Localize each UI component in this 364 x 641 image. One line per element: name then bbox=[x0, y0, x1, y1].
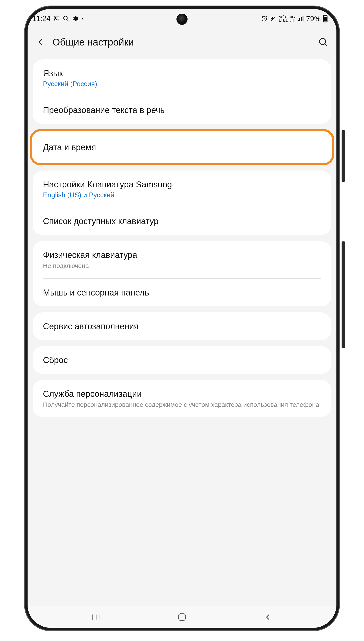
status-left: 11:24 • bbox=[32, 14, 84, 23]
mute-icon bbox=[270, 15, 277, 22]
status-time: 11:24 bbox=[32, 14, 50, 23]
settings-card: Сервис автозаполнения bbox=[33, 312, 331, 340]
item-title: Настройки Клавиатура Samsung bbox=[43, 179, 321, 190]
front-camera bbox=[176, 14, 188, 25]
power-button bbox=[342, 242, 345, 348]
search-button[interactable] bbox=[317, 36, 330, 48]
settings-item[interactable]: Список доступных клавиатур bbox=[33, 207, 331, 235]
settings-item[interactable]: Сброс bbox=[33, 346, 331, 374]
item-title: Дата и время bbox=[43, 142, 321, 153]
status-right: Vo)) LTE1 4G 79% bbox=[261, 14, 328, 23]
network-icon: 4G bbox=[290, 16, 295, 22]
item-title: Мышь и сенсорная панель bbox=[43, 287, 321, 298]
svg-rect-11 bbox=[178, 614, 186, 620]
dot-icon: • bbox=[82, 16, 84, 22]
svg-point-2 bbox=[64, 16, 68, 20]
page-title: Общие настройки bbox=[52, 36, 317, 48]
phone-frame: 11:24 • Vo)) LTE1 4G bbox=[25, 6, 339, 630]
settings-card: Физическая клавиатураНе подключенаМышь и… bbox=[33, 241, 331, 306]
svg-point-1 bbox=[55, 17, 56, 18]
item-subtitle: Русский (Россия) bbox=[43, 80, 321, 88]
volume-button bbox=[342, 130, 345, 182]
svg-rect-5 bbox=[324, 17, 326, 22]
settings-item[interactable]: Мышь и сенсорная панель bbox=[33, 278, 331, 306]
item-subtitle: Не подключена bbox=[43, 262, 321, 270]
search-small-icon bbox=[63, 16, 69, 22]
item-title: Преобразование текста в речь bbox=[43, 104, 321, 116]
settings-card: ЯзыкРусский (Россия)Преобразование текст… bbox=[33, 60, 331, 124]
item-title: Сервис автозаполнения bbox=[43, 320, 321, 332]
settings-item[interactable]: Физическая клавиатураНе подключена bbox=[33, 241, 331, 278]
svg-rect-0 bbox=[54, 16, 59, 21]
gear-icon bbox=[72, 16, 78, 22]
settings-item[interactable]: Служба персонализацииПолучайте персонали… bbox=[33, 380, 331, 417]
svg-rect-6 bbox=[324, 15, 326, 16]
back-button[interactable] bbox=[34, 36, 47, 48]
settings-card: Настройки Клавиатура SamsungEnglish (US)… bbox=[33, 170, 331, 235]
alarm-icon bbox=[261, 15, 268, 22]
back-nav-button[interactable] bbox=[259, 611, 276, 624]
settings-card: Служба персонализацииПолучайте персонали… bbox=[33, 380, 331, 417]
settings-list: ЯзыкРусский (Россия)Преобразование текст… bbox=[28, 56, 336, 417]
battery-icon bbox=[323, 15, 328, 22]
battery-percent: 79% bbox=[306, 14, 321, 23]
item-title: Список доступных клавиатур bbox=[43, 216, 321, 227]
image-icon bbox=[54, 16, 60, 22]
signal-icon bbox=[297, 16, 304, 21]
volte-icon: Vo)) LTE1 bbox=[279, 15, 288, 22]
settings-card: Сброс bbox=[33, 346, 331, 374]
item-title: Физическая клавиатура bbox=[43, 249, 321, 261]
settings-item[interactable]: Дата и время bbox=[33, 130, 331, 164]
settings-item[interactable]: ЯзыкРусский (Россия) bbox=[33, 60, 331, 96]
settings-item[interactable]: Преобразование текста в речь bbox=[33, 96, 331, 124]
item-title: Сброс bbox=[43, 354, 321, 366]
item-title: Язык bbox=[43, 68, 321, 79]
item-subtitle: Получайте персонализированное содержимое… bbox=[43, 400, 321, 409]
navigation-bar bbox=[28, 606, 336, 628]
recents-button[interactable] bbox=[88, 611, 105, 624]
item-subtitle: English (US) и Русский bbox=[43, 191, 321, 199]
svg-point-7 bbox=[320, 38, 326, 45]
header: Общие настройки bbox=[28, 28, 336, 56]
settings-item[interactable]: Настройки Клавиатура SamsungEnglish (US)… bbox=[33, 170, 331, 207]
home-button[interactable] bbox=[174, 611, 190, 624]
item-title: Служба персонализации bbox=[43, 388, 321, 400]
highlighted-card: Дата и время bbox=[30, 130, 334, 164]
settings-item[interactable]: Сервис автозаполнения bbox=[33, 312, 331, 340]
